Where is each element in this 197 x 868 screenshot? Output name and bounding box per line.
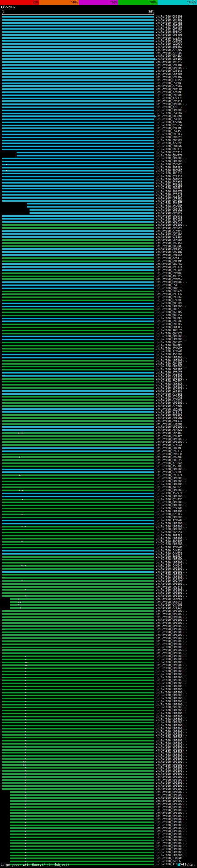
hit-bar[interactable] [2, 91, 154, 93]
hit-bar[interactable] [2, 248, 154, 250]
hit-bar[interactable] [2, 405, 154, 407]
hit-bar[interactable] [2, 496, 154, 497]
hit-bar[interactable] [2, 287, 154, 289]
hit-bar[interactable] [2, 360, 154, 362]
hit-bar[interactable] [2, 619, 154, 621]
hit-bar[interactable] [10, 845, 154, 847]
hit-bar[interactable] [2, 130, 154, 132]
hit-bar[interactable] [2, 351, 154, 352]
hit-bar[interactable] [2, 236, 154, 238]
hit-bar[interactable] [2, 281, 154, 283]
hit-bar[interactable] [10, 848, 154, 850]
hit-bar[interactable] [2, 622, 154, 624]
hit-bar[interactable] [2, 574, 154, 576]
hit-bar[interactable] [2, 37, 154, 39]
hit-bar[interactable] [2, 571, 154, 573]
hit-bar[interactable] [10, 809, 154, 811]
hit-bar[interactable] [2, 532, 154, 533]
hit-bar[interactable] [2, 245, 154, 247]
hit-bar[interactable] [2, 320, 154, 322]
hit-bar[interactable] [2, 106, 154, 108]
hit-bar[interactable] [2, 330, 154, 331]
hit-bar[interactable] [2, 200, 154, 202]
hit-bar[interactable] [2, 46, 154, 48]
hit-bar[interactable] [2, 644, 154, 645]
hit-bar[interactable] [2, 375, 154, 377]
hit-bar[interactable] [10, 797, 154, 799]
hit-bar[interactable] [2, 336, 154, 337]
hit-bar[interactable] [2, 451, 154, 452]
hit-bar[interactable] [2, 251, 154, 253]
hit-bar[interactable] [10, 837, 154, 838]
hit-bar[interactable] [2, 631, 154, 633]
hit-bar[interactable] [2, 547, 154, 548]
hit-bar[interactable] [10, 834, 154, 835]
hit-bar[interactable] [2, 559, 154, 560]
hit-bar[interactable] [2, 224, 154, 226]
hit-bar[interactable] [2, 113, 154, 114]
hit-bar[interactable] [2, 463, 154, 464]
hit-bar[interactable] [2, 396, 154, 398]
hit-bar[interactable] [2, 390, 154, 392]
hit-bar[interactable] [30, 212, 154, 214]
hit-bar[interactable] [10, 842, 154, 844]
hit-bar[interactable] [2, 230, 154, 232]
hit-bar[interactable] [2, 140, 154, 141]
hit-bar[interactable] [2, 260, 154, 262]
hit-bar[interactable] [2, 143, 154, 144]
hit-bar[interactable] [2, 80, 154, 81]
hit-bar[interactable] [2, 67, 154, 69]
hit-bar[interactable] [2, 16, 154, 18]
hit-bar[interactable] [10, 607, 154, 609]
hit-bar[interactable] [2, 556, 154, 558]
hit-bar[interactable] [2, 471, 154, 473]
hit-bar[interactable] [10, 795, 154, 796]
hit-bar[interactable] [10, 831, 154, 832]
hit-bar[interactable] [2, 553, 154, 555]
hit-bar[interactable] [2, 369, 154, 370]
hit-bar[interactable] [2, 176, 154, 177]
hit-bar[interactable] [2, 309, 154, 310]
hit-bar[interactable] [2, 529, 154, 530]
hit-bar[interactable] [2, 562, 154, 563]
hit-bar[interactable] [2, 221, 154, 223]
hit-bar[interactable] [10, 791, 154, 793]
hit-bar[interactable] [2, 127, 154, 129]
hit-bar[interactable] [2, 40, 154, 41]
hit-bar[interactable] [2, 535, 154, 536]
hit-bar[interactable] [2, 98, 154, 99]
hit-bar[interactable] [2, 339, 154, 340]
hit-bar[interactable] [2, 103, 154, 105]
hit-bar[interactable] [10, 858, 154, 859]
hit-bar[interactable] [2, 616, 154, 618]
hit-bar[interactable] [2, 441, 154, 443]
hit-bar[interactable] [2, 179, 154, 180]
hit-bar[interactable] [2, 381, 154, 382]
hit-bar[interactable] [2, 447, 154, 449]
hit-bar[interactable] [2, 315, 154, 316]
hit-bar[interactable] [2, 323, 154, 325]
hit-bar[interactable] [2, 158, 154, 159]
hit-bar[interactable] [2, 363, 154, 365]
hit-bar[interactable] [2, 625, 154, 627]
hit-bar[interactable] [2, 76, 154, 78]
hit-bar[interactable] [27, 206, 154, 208]
hit-bar[interactable] [2, 300, 154, 301]
hit-bar[interactable] [2, 517, 154, 518]
hit-bar[interactable] [10, 815, 154, 817]
hit-bar[interactable] [2, 173, 154, 174]
hit-bar[interactable] [2, 31, 154, 33]
hit-bar[interactable] [2, 164, 154, 165]
hit-bar[interactable] [2, 197, 154, 198]
hit-bar[interactable] [2, 185, 154, 187]
hit-bar[interactable] [27, 203, 154, 205]
hit-bar[interactable] [2, 134, 154, 135]
hit-bar[interactable] [10, 812, 154, 814]
hit-bar[interactable] [2, 22, 154, 24]
hit-bar[interactable] [2, 456, 154, 458]
hit-bar[interactable] [2, 312, 154, 313]
hit-bar[interactable] [2, 34, 154, 36]
hit-bar[interactable] [2, 28, 154, 30]
hit-bar[interactable] [2, 550, 154, 552]
hit-bar[interactable] [2, 387, 154, 389]
